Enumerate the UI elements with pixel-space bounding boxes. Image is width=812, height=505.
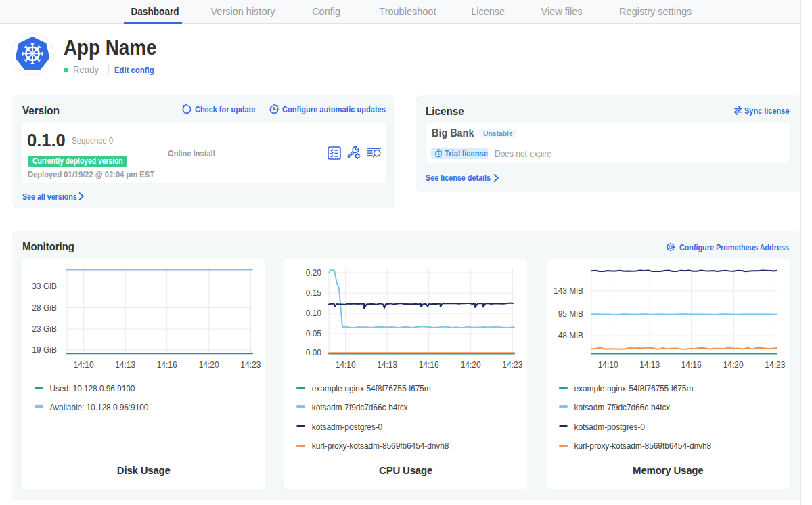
svg-text:14:23: 14:23: [240, 359, 261, 369]
svg-text:14:20: 14:20: [198, 359, 219, 369]
svg-text:0.05: 0.05: [305, 329, 321, 338]
svg-text:23 GiB: 23 GiB: [32, 324, 57, 334]
svg-text:33 GiB: 33 GiB: [32, 281, 57, 290]
svg-text:19 GiB: 19 GiB: [32, 345, 57, 355]
svg-text:0.10: 0.10: [305, 309, 321, 318]
svg-text:14:10: 14:10: [597, 359, 618, 369]
svg-text:14:23: 14:23: [765, 359, 785, 369]
svg-text:143 MiB: 143 MiB: [553, 286, 583, 296]
svg-text:14:16: 14:16: [418, 359, 438, 369]
svg-text:95 MiB: 95 MiB: [558, 309, 583, 319]
svg-text:48 MiB: 48 MiB: [558, 331, 583, 341]
svg-text:0.15: 0.15: [305, 288, 321, 298]
svg-text:14:10: 14:10: [73, 359, 93, 369]
svg-text:14:13: 14:13: [639, 359, 660, 369]
svg-text:0.00: 0.00: [305, 348, 321, 357]
svg-text:14:13: 14:13: [377, 359, 397, 369]
svg-text:14:10: 14:10: [335, 359, 355, 369]
svg-text:14:13: 14:13: [115, 359, 135, 369]
svg-text:0.20: 0.20: [305, 268, 321, 278]
svg-text:14:20: 14:20: [723, 359, 743, 369]
svg-text:14:23: 14:23: [502, 359, 522, 369]
svg-text:14:20: 14:20: [460, 359, 480, 369]
svg-text:14:16: 14:16: [681, 359, 701, 369]
svg-text:28 GiB: 28 GiB: [32, 303, 57, 312]
svg-text:14:16: 14:16: [156, 359, 177, 369]
